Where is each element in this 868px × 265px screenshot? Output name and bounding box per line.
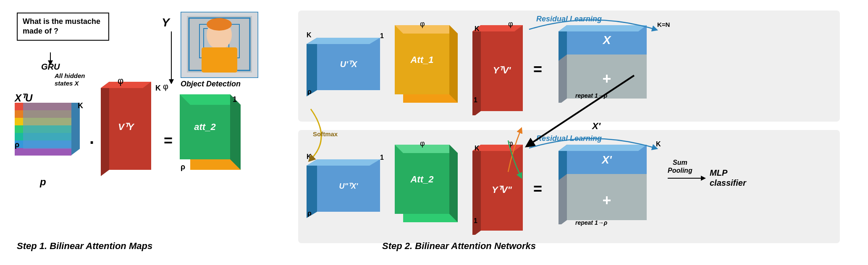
svg-marker-36 [449, 25, 458, 103]
object-detection-image [181, 12, 258, 78]
svg-text:att_2: att_2 [194, 122, 216, 132]
rainbow-block [15, 103, 84, 176]
svg-marker-51 [307, 159, 317, 218]
svg-marker-12 [101, 82, 109, 176]
gru-arrow [34, 50, 67, 67]
k-utx-top: K [307, 31, 312, 39]
step2-title: Step 2. Bilinear Attention Networks [382, 241, 536, 252]
svg-text:+: + [602, 192, 611, 209]
phi-y: φ [163, 82, 168, 91]
svg-text:YᵀV": YᵀV" [492, 184, 512, 195]
svg-marker-56 [395, 145, 458, 153]
phi-vty: φ [118, 75, 123, 86]
svg-text:Softmax: Softmax [313, 130, 338, 138]
svg-marker-18 [230, 94, 241, 170]
vty-k-label: K [155, 84, 161, 93]
vty-block: VᵀY [101, 82, 155, 178]
step2-section: Residual Learning U'ᵀX K ρ 1 Att_1 φ [298, 8, 855, 257]
residual-arrow-bottom [508, 127, 676, 161]
step1-title: Step 1. Bilinear Attention Maps [17, 241, 152, 252]
svg-point-28 [207, 18, 232, 31]
equals-bottom: = [533, 180, 542, 198]
one-ytv-top: 1 [474, 96, 477, 104]
svg-rect-7 [15, 148, 71, 156]
k-ytv-top: K [475, 25, 480, 33]
k-label-stack: K [78, 101, 83, 110]
svg-marker-9 [71, 103, 80, 155]
xtu-label: XᵀU [15, 92, 32, 104]
svg-marker-30 [307, 38, 317, 96]
att2-block-left: att_2 [180, 94, 245, 174]
svg-text:U'ᵀX: U'ᵀX [340, 60, 358, 69]
mlp-classifier-label: MLPclassifier [710, 168, 746, 188]
equals-left: = [164, 132, 173, 150]
utx-block-top: U'ᵀX [307, 31, 391, 96]
residual-arrow-top [508, 8, 676, 42]
sum-pooling-label: SumPooling [668, 158, 692, 174]
dot-multiply: · [89, 133, 94, 152]
svg-text:U"ᵀX': U"ᵀX' [339, 182, 359, 190]
phi-att2-bottom: φ [420, 139, 425, 148]
svg-text:Att_2: Att_2 [410, 174, 434, 184]
rho-label-stack: ρ [15, 140, 19, 149]
one-utx-top: 1 [380, 32, 384, 40]
question-text: What is the mustache made of ? [23, 17, 100, 35]
green-arrow-to-att2 [487, 138, 529, 180]
main-container: What is the mustache made of ? GRU All h… [0, 0, 868, 265]
svg-marker-35 [395, 25, 458, 34]
y-label: Y [162, 16, 170, 29]
svg-marker-57 [449, 145, 458, 222]
svg-marker-13 [101, 82, 151, 88]
rho-utx-bottom: ρ [307, 210, 312, 217]
k-ytv-bottom: K [475, 145, 480, 152]
svg-rect-10 [23, 103, 71, 149]
one-ytv-bottom: 1 [474, 217, 477, 225]
object-detection-label: Object Detection [181, 80, 241, 88]
svg-text:VᵀY: VᵀY [118, 122, 135, 132]
y-arrow [165, 29, 178, 84]
att2-block-bottom: Att_2 [395, 145, 462, 224]
one-utx-bottom: 1 [380, 154, 384, 161]
softmax-arrow: Softmax [248, 105, 374, 168]
rho-utx-top: ρ [307, 88, 312, 96]
hidden-states-label: All hiddenstates X [55, 72, 85, 87]
question-box: What is the mustache made of ? [17, 13, 109, 41]
step1-section: What is the mustache made of ? GRU All h… [13, 8, 273, 257]
rho-att2: ρ [181, 163, 185, 171]
svg-marker-31 [307, 38, 380, 44]
svg-rect-27 [202, 47, 237, 73]
svg-text:Att_1: Att_1 [410, 55, 433, 65]
one-att2: 1 [233, 95, 237, 104]
phi-att1-top: φ [420, 20, 425, 29]
repeat-bottom: repeat 1→ρ [575, 219, 607, 226]
att1-block-top: Att_1 [395, 25, 462, 105]
p-label: p [40, 176, 46, 188]
